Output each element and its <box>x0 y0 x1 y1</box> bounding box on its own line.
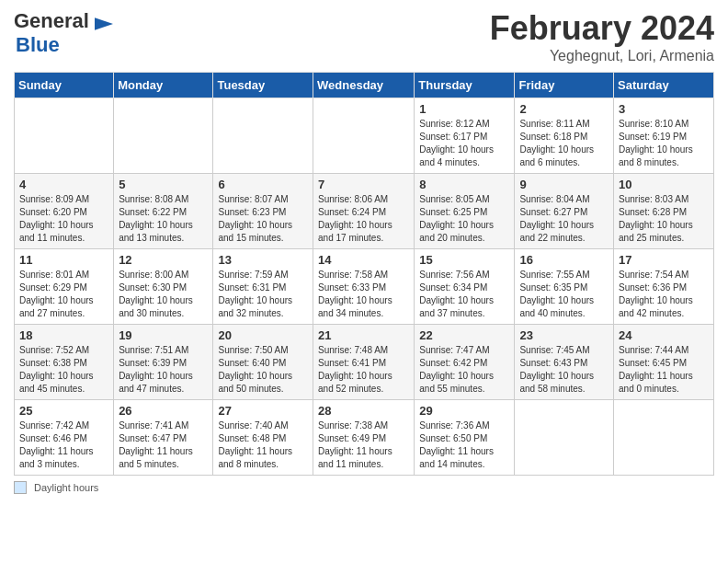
day-number: 7 <box>318 178 409 191</box>
svg-marker-0 <box>95 17 113 29</box>
location: Yeghegnut, Lori, Armenia <box>490 48 714 64</box>
day-number: 13 <box>218 253 308 267</box>
day-cell <box>313 98 415 174</box>
day-info: Sunrise: 7:52 AM Sunset: 6:38 PM Dayligh… <box>19 344 108 396</box>
col-header-saturday: Saturday <box>614 73 714 98</box>
logo: General Blue <box>14 9 113 57</box>
day-cell: 4Sunrise: 8:09 AM Sunset: 6:20 PM Daylig… <box>15 174 114 249</box>
day-number: 9 <box>519 178 609 191</box>
day-cell <box>15 98 114 174</box>
day-info: Sunrise: 8:10 AM Sunset: 6:19 PM Dayligh… <box>619 118 709 169</box>
col-header-sunday: Sunday <box>15 73 114 98</box>
day-cell: 3Sunrise: 8:10 AM Sunset: 6:19 PM Daylig… <box>614 98 714 174</box>
day-info: Sunrise: 8:06 AM Sunset: 6:24 PM Dayligh… <box>318 193 409 245</box>
day-info: Sunrise: 8:01 AM Sunset: 6:29 PM Dayligh… <box>19 269 108 320</box>
day-info: Sunrise: 7:54 AM Sunset: 6:36 PM Dayligh… <box>619 269 709 320</box>
day-cell: 13Sunrise: 7:59 AM Sunset: 6:31 PM Dayli… <box>213 249 313 325</box>
day-cell <box>114 98 213 174</box>
day-info: Sunrise: 7:40 AM Sunset: 6:48 PM Dayligh… <box>218 419 308 471</box>
week-row-3: 18Sunrise: 7:52 AM Sunset: 6:38 PM Dayli… <box>15 325 714 400</box>
day-info: Sunrise: 8:11 AM Sunset: 6:18 PM Dayligh… <box>519 118 609 169</box>
legend-box <box>14 481 27 494</box>
day-info: Sunrise: 7:47 AM Sunset: 6:42 PM Dayligh… <box>419 344 509 396</box>
day-cell: 25Sunrise: 7:42 AM Sunset: 6:46 PM Dayli… <box>15 400 114 476</box>
day-info: Sunrise: 7:56 AM Sunset: 6:34 PM Dayligh… <box>419 269 509 320</box>
calendar-table: SundayMondayTuesdayWednesdayThursdayFrid… <box>14 72 714 476</box>
day-cell: 14Sunrise: 7:58 AM Sunset: 6:33 PM Dayli… <box>313 249 415 325</box>
day-cell: 26Sunrise: 7:41 AM Sunset: 6:47 PM Dayli… <box>114 400 213 476</box>
day-info: Sunrise: 7:44 AM Sunset: 6:45 PM Dayligh… <box>619 344 709 396</box>
day-number: 8 <box>419 178 509 191</box>
day-cell <box>515 400 614 476</box>
col-header-wednesday: Wednesday <box>313 73 415 98</box>
day-number: 11 <box>19 253 108 267</box>
day-number: 22 <box>419 328 509 342</box>
day-number: 5 <box>119 178 208 191</box>
day-info: Sunrise: 7:38 AM Sunset: 6:49 PM Dayligh… <box>318 419 409 471</box>
day-number: 15 <box>419 253 509 267</box>
day-info: Sunrise: 8:04 AM Sunset: 6:27 PM Dayligh… <box>519 193 609 245</box>
col-header-friday: Friday <box>515 73 614 98</box>
day-cell: 1Sunrise: 8:12 AM Sunset: 6:17 PM Daylig… <box>415 98 515 174</box>
day-cell: 20Sunrise: 7:50 AM Sunset: 6:40 PM Dayli… <box>213 325 313 400</box>
title-block: February 2024 Yeghegnut, Lori, Armenia <box>490 9 714 64</box>
day-cell: 8Sunrise: 8:05 AM Sunset: 6:25 PM Daylig… <box>415 174 515 249</box>
day-info: Sunrise: 7:58 AM Sunset: 6:33 PM Dayligh… <box>318 269 409 320</box>
day-info: Sunrise: 8:03 AM Sunset: 6:28 PM Dayligh… <box>619 193 709 245</box>
day-info: Sunrise: 7:55 AM Sunset: 6:35 PM Dayligh… <box>519 269 609 320</box>
day-number: 21 <box>318 328 409 342</box>
day-number: 20 <box>218 328 308 342</box>
day-info: Sunrise: 7:41 AM Sunset: 6:47 PM Dayligh… <box>119 419 208 471</box>
col-header-thursday: Thursday <box>415 73 515 98</box>
day-cell: 16Sunrise: 7:55 AM Sunset: 6:35 PM Dayli… <box>515 249 614 325</box>
day-info: Sunrise: 8:00 AM Sunset: 6:30 PM Dayligh… <box>119 269 208 320</box>
day-cell <box>213 98 313 174</box>
day-cell: 6Sunrise: 8:07 AM Sunset: 6:23 PM Daylig… <box>213 174 313 249</box>
day-number: 28 <box>318 404 409 418</box>
day-cell: 22Sunrise: 7:47 AM Sunset: 6:42 PM Dayli… <box>415 325 515 400</box>
day-info: Sunrise: 7:48 AM Sunset: 6:41 PM Dayligh… <box>318 344 409 396</box>
month-title: February 2024 <box>490 9 714 48</box>
day-cell: 10Sunrise: 8:03 AM Sunset: 6:28 PM Dayli… <box>614 174 714 249</box>
day-number: 12 <box>119 253 208 267</box>
day-number: 4 <box>19 178 108 191</box>
day-number: 6 <box>218 178 308 191</box>
day-info: Sunrise: 7:50 AM Sunset: 6:40 PM Dayligh… <box>218 344 308 396</box>
day-cell: 27Sunrise: 7:40 AM Sunset: 6:48 PM Dayli… <box>213 400 313 476</box>
day-number: 26 <box>119 404 208 418</box>
week-row-4: 25Sunrise: 7:42 AM Sunset: 6:46 PM Dayli… <box>15 400 714 476</box>
day-cell: 21Sunrise: 7:48 AM Sunset: 6:41 PM Dayli… <box>313 325 415 400</box>
day-cell: 29Sunrise: 7:36 AM Sunset: 6:50 PM Dayli… <box>415 400 515 476</box>
day-cell: 19Sunrise: 7:51 AM Sunset: 6:39 PM Dayli… <box>114 325 213 400</box>
page-header: General Blue February 2024 Yeghegnut, Lo… <box>14 9 714 64</box>
day-cell: 15Sunrise: 7:56 AM Sunset: 6:34 PM Dayli… <box>415 249 515 325</box>
day-number: 3 <box>619 102 709 116</box>
day-number: 25 <box>19 404 108 418</box>
day-cell: 5Sunrise: 8:08 AM Sunset: 6:22 PM Daylig… <box>114 174 213 249</box>
day-info: Sunrise: 8:09 AM Sunset: 6:20 PM Dayligh… <box>19 193 108 245</box>
day-cell: 7Sunrise: 8:06 AM Sunset: 6:24 PM Daylig… <box>313 174 415 249</box>
legend-label: Daylight hours <box>34 482 98 493</box>
day-number: 19 <box>119 328 208 342</box>
day-number: 14 <box>318 253 409 267</box>
day-info: Sunrise: 7:45 AM Sunset: 6:43 PM Dayligh… <box>519 344 609 396</box>
logo-blue: Blue <box>16 33 60 56</box>
day-cell: 2Sunrise: 8:11 AM Sunset: 6:18 PM Daylig… <box>515 98 614 174</box>
day-cell: 12Sunrise: 8:00 AM Sunset: 6:30 PM Dayli… <box>114 249 213 325</box>
day-cell: 24Sunrise: 7:44 AM Sunset: 6:45 PM Dayli… <box>614 325 714 400</box>
day-number: 27 <box>218 404 308 418</box>
day-info: Sunrise: 7:59 AM Sunset: 6:31 PM Dayligh… <box>218 269 308 320</box>
day-info: Sunrise: 8:07 AM Sunset: 6:23 PM Dayligh… <box>218 193 308 245</box>
day-info: Sunrise: 7:42 AM Sunset: 6:46 PM Dayligh… <box>19 419 108 471</box>
week-row-2: 11Sunrise: 8:01 AM Sunset: 6:29 PM Dayli… <box>15 249 714 325</box>
day-number: 18 <box>19 328 108 342</box>
day-number: 2 <box>519 102 609 116</box>
day-number: 1 <box>419 102 509 116</box>
day-cell: 11Sunrise: 8:01 AM Sunset: 6:29 PM Dayli… <box>15 249 114 325</box>
day-number: 17 <box>619 253 709 267</box>
day-cell: 28Sunrise: 7:38 AM Sunset: 6:49 PM Dayli… <box>313 400 415 476</box>
logo-general: General <box>14 9 89 32</box>
day-number: 16 <box>519 253 609 267</box>
day-info: Sunrise: 7:36 AM Sunset: 6:50 PM Dayligh… <box>419 419 509 471</box>
day-info: Sunrise: 8:08 AM Sunset: 6:22 PM Dayligh… <box>119 193 208 245</box>
